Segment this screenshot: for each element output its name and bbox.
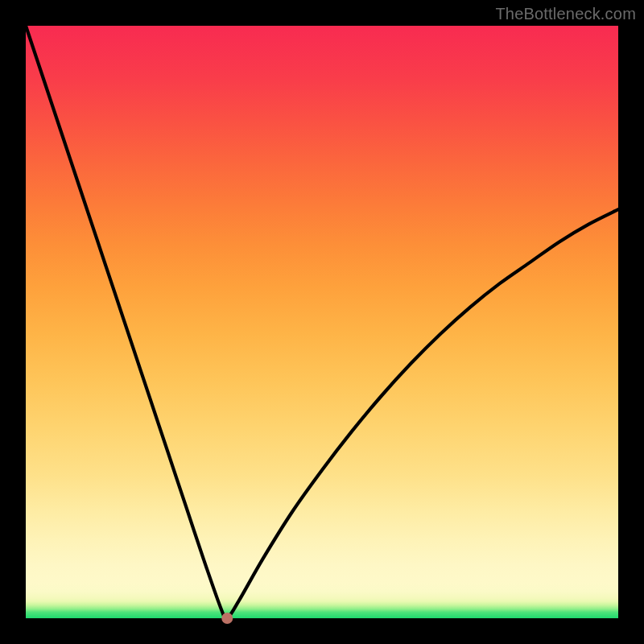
curve-layer <box>26 26 618 618</box>
plot-area <box>26 26 618 618</box>
bottleneck-curve <box>26 26 618 619</box>
minimum-marker <box>221 613 233 624</box>
chart-frame: TheBottleneck.com <box>0 0 644 644</box>
watermark-text: TheBottleneck.com <box>495 5 636 23</box>
